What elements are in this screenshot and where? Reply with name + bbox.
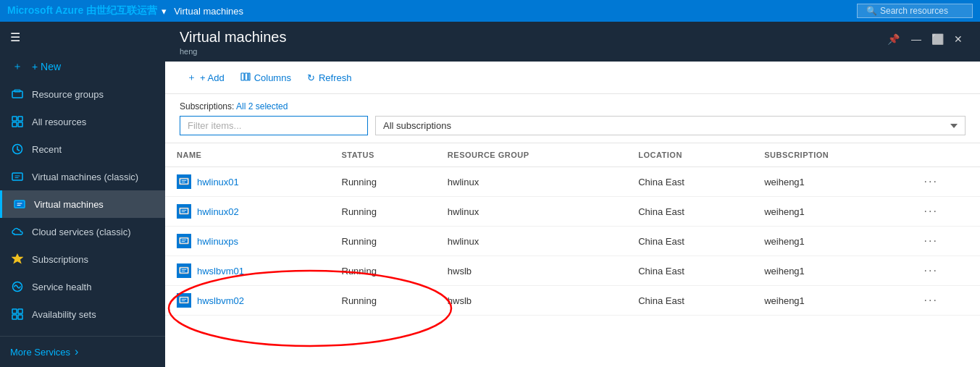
svg-rect-15 bbox=[245, 73, 248, 80]
vm-more-button[interactable]: ··· bbox=[913, 256, 980, 286]
sidebar-item-recent[interactable]: Recent bbox=[0, 135, 165, 163]
vm-location: China East bbox=[627, 227, 753, 256]
table-row: hwlinux01 Running hwlinux China East wei… bbox=[165, 167, 980, 197]
vm-row-icon bbox=[177, 293, 191, 308]
svg-rect-26 bbox=[180, 298, 188, 303]
svg-rect-18 bbox=[180, 180, 188, 184]
col-actions bbox=[913, 143, 980, 167]
availability-sets-icon bbox=[10, 307, 25, 321]
col-name: NAME bbox=[165, 143, 330, 167]
new-button[interactable]: ＋ + New bbox=[0, 53, 165, 80]
cloud-services-icon bbox=[10, 224, 25, 239]
vm-name-cell[interactable]: hwslbvm01 bbox=[165, 256, 330, 286]
svg-rect-4 bbox=[12, 122, 17, 127]
table-header-row: NAME STATUS RESOURCE GROUP LOCATION SUBS… bbox=[165, 143, 980, 167]
hamburger-button[interactable]: ☰ bbox=[0, 22, 165, 53]
sidebar-item-label: Virtual machines bbox=[34, 199, 104, 210]
vm-name-cell[interactable]: hwlinuxps bbox=[165, 227, 330, 256]
sidebar-item-subscriptions[interactable]: Subscriptions bbox=[0, 245, 165, 273]
sidebar-item-cloud-services[interactable]: Cloud services (classic) bbox=[0, 218, 165, 245]
content-header: Virtual machines heng 📌 — ⬜ ✕ bbox=[165, 22, 980, 62]
vm-classic-icon bbox=[10, 169, 25, 184]
close-button[interactable]: ✕ bbox=[951, 32, 966, 46]
refresh-button[interactable]: ↻ Refresh bbox=[300, 69, 359, 87]
vm-location: China East bbox=[627, 286, 753, 316]
refresh-label: Refresh bbox=[319, 72, 352, 83]
more-services-chevron: › bbox=[75, 345, 78, 358]
content-title-section: Virtual machines heng bbox=[180, 29, 286, 56]
table-row: hwlinux02 Running hwlinux China East wei… bbox=[165, 197, 980, 227]
sidebar-item-label: Subscriptions bbox=[32, 254, 88, 265]
sidebar-item-virtual-machines[interactable]: Virtual machines bbox=[0, 190, 165, 218]
vm-status: Running bbox=[330, 167, 436, 197]
search-box[interactable]: 🔍 Search resources bbox=[857, 4, 973, 18]
sidebar-item-all-resources[interactable]: All resources bbox=[0, 108, 165, 135]
svg-rect-2 bbox=[12, 117, 17, 121]
vm-name[interactable]: hwlinuxps bbox=[197, 236, 238, 247]
subscriptions-link[interactable]: All 2 selected bbox=[236, 101, 288, 111]
svg-rect-20 bbox=[180, 209, 188, 214]
search-placeholder: Search resources bbox=[880, 6, 948, 16]
all-resources-icon bbox=[10, 114, 25, 129]
filter-input[interactable] bbox=[180, 116, 368, 135]
sidebar: ☰ ＋ + New Resource groups All resources … bbox=[0, 22, 165, 367]
vm-more-button[interactable]: ··· bbox=[913, 286, 980, 316]
svg-rect-22 bbox=[180, 239, 188, 243]
subscriptions-label: Subscriptions: All 2 selected bbox=[180, 101, 966, 111]
sidebar-item-label: Recent bbox=[32, 144, 62, 155]
svg-rect-14 bbox=[241, 73, 244, 80]
page-subtitle: heng bbox=[180, 47, 286, 56]
pin-icon[interactable]: 📌 bbox=[887, 33, 900, 45]
add-label: + Add bbox=[200, 72, 225, 83]
col-subscription: SUBSCRIPTION bbox=[753, 143, 912, 167]
vm-more-button[interactable]: ··· bbox=[913, 197, 980, 227]
columns-label: Columns bbox=[254, 72, 291, 83]
subscription-select[interactable]: All subscriptions bbox=[375, 116, 966, 135]
sidebar-item-availability-sets[interactable]: Availability sets bbox=[0, 300, 165, 328]
vm-status: Running bbox=[330, 256, 436, 286]
page-title: Virtual machines bbox=[180, 29, 286, 46]
vm-more-button[interactable]: ··· bbox=[913, 227, 980, 256]
col-location: LOCATION bbox=[627, 143, 753, 167]
vm-status: Running bbox=[330, 227, 436, 256]
restore-button[interactable]: ⬜ bbox=[929, 32, 947, 46]
vm-name-cell[interactable]: hwlinux01 bbox=[165, 167, 330, 197]
sidebar-item-service-health[interactable]: Service health bbox=[0, 273, 165, 300]
vm-name[interactable]: hwslbvm01 bbox=[197, 266, 244, 277]
window-controls: — ⬜ ✕ bbox=[908, 32, 966, 46]
service-health-icon bbox=[10, 279, 25, 294]
sidebar-item-label: Virtual machines (classic) bbox=[32, 172, 138, 182]
vm-name[interactable]: hwslbvm02 bbox=[197, 295, 244, 306]
svg-rect-10 bbox=[12, 309, 17, 313]
resource-groups-icon bbox=[10, 87, 25, 101]
sidebar-item-label: Availability sets bbox=[32, 309, 96, 320]
new-label: + New bbox=[32, 61, 61, 72]
vm-location: China East bbox=[627, 197, 753, 227]
topbar-chevron[interactable]: ▾ bbox=[162, 6, 167, 17]
vm-location: China East bbox=[627, 256, 753, 286]
vm-resource-group: hwslb bbox=[436, 286, 627, 316]
vm-subscription: weiheng1 bbox=[753, 227, 912, 256]
recent-icon bbox=[10, 142, 25, 156]
add-button[interactable]: ＋ + Add bbox=[180, 67, 232, 88]
topbar-breadcrumb: Virtual machines bbox=[174, 6, 243, 17]
columns-button[interactable]: Columns bbox=[233, 68, 298, 88]
new-icon: ＋ bbox=[10, 59, 25, 74]
vm-name-cell[interactable]: hwslbvm02 bbox=[165, 286, 330, 316]
vm-table-container: NAME STATUS RESOURCE GROUP LOCATION SUBS… bbox=[165, 143, 980, 367]
svg-rect-3 bbox=[18, 117, 22, 121]
table-row: hwslbvm01 Running hwslb China East weihe… bbox=[165, 256, 980, 286]
vm-resource-group: hwlinux bbox=[436, 197, 627, 227]
vm-name-cell[interactable]: hwlinux02 bbox=[165, 197, 330, 227]
vm-name[interactable]: hwlinux01 bbox=[197, 177, 239, 187]
sidebar-item-label: All resources bbox=[32, 117, 86, 127]
sidebar-item-vm-classic[interactable]: Virtual machines (classic) bbox=[0, 163, 165, 190]
svg-rect-7 bbox=[12, 173, 22, 180]
sidebar-item-resource-groups[interactable]: Resource groups bbox=[0, 80, 165, 108]
more-services-button[interactable]: More Services › bbox=[0, 336, 165, 367]
vm-more-button[interactable]: ··· bbox=[913, 167, 980, 197]
vm-icon bbox=[12, 197, 27, 211]
vm-name[interactable]: hwlinux02 bbox=[197, 206, 239, 217]
minimize-button[interactable]: — bbox=[908, 32, 924, 46]
vm-subscription: weiheng1 bbox=[753, 197, 912, 227]
